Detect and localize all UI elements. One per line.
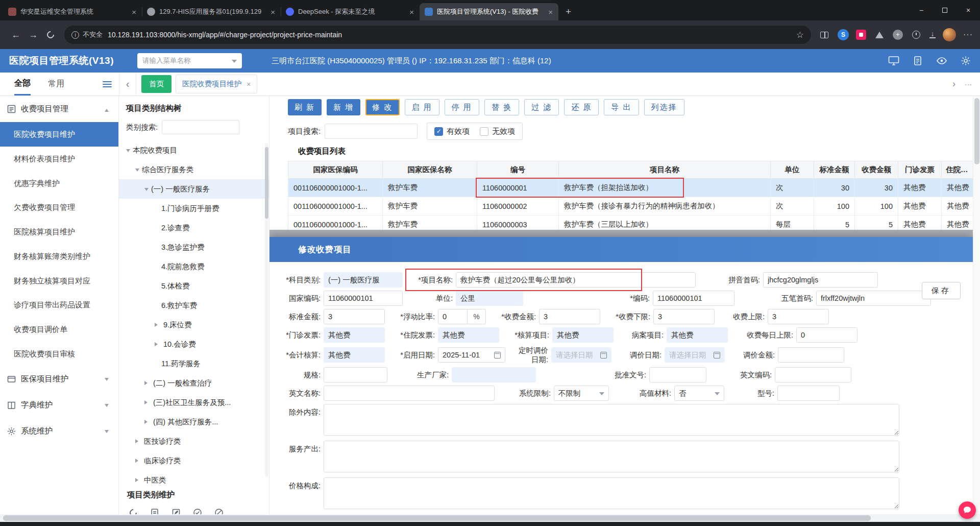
subject-category-select[interactable]: (一) 一般医疗服 (324, 272, 403, 288)
chevron-right-icon[interactable] (155, 342, 160, 346)
close-window-button[interactable]: × (957, 0, 980, 20)
system-limit-select[interactable]: 不限制 (554, 386, 609, 401)
sidebar-item-hospital-charge-maintain[interactable]: 医院收费项目维护 (0, 122, 118, 147)
tree-node-selected[interactable]: (一) 一般医疗服务 (119, 179, 269, 199)
exclusion-textarea[interactable] (324, 404, 899, 436)
adjust-date-picker[interactable] (665, 347, 725, 363)
filter-tab-all[interactable]: 全部 (14, 73, 31, 95)
sidebar-section-system[interactable]: 系统维护 (0, 418, 118, 444)
medical-record-item-select[interactable]: 其他费 (667, 327, 728, 343)
menu-search-select[interactable]: 请输入菜单名称 (137, 53, 242, 68)
maximize-button[interactable] (933, 0, 957, 20)
filter-tab-common[interactable]: 常用 (48, 73, 64, 95)
tree-scrollbar-thumb[interactable] (265, 147, 268, 219)
tab-close-icon[interactable]: × (247, 80, 251, 88)
charge-upper-input[interactable] (768, 309, 829, 324)
modify-button[interactable]: 修 改 (365, 99, 399, 115)
fiscal-accounting-select[interactable]: 其他费 (324, 347, 385, 363)
enable-button[interactable]: 启 用 (405, 99, 439, 115)
tab-hospital-charge-maintain[interactable]: 医院收费项目维护 × (176, 75, 257, 93)
sidebar-section-insurance[interactable]: 医保项目维护 (0, 366, 118, 392)
split-screen-icon[interactable] (818, 29, 830, 41)
pinyin-code-input[interactable] (763, 272, 878, 288)
approval-number-input[interactable] (649, 367, 706, 382)
chevron-right-icon[interactable] (155, 323, 160, 327)
col-header[interactable]: 住院发票 (942, 161, 977, 179)
tree-node[interactable]: 医技诊疗类 (119, 432, 269, 451)
service-output-textarea[interactable] (324, 441, 899, 472)
visibility-eye-icon[interactable] (936, 56, 947, 66)
tree-node[interactable]: (二) 一般检查治疗 (119, 373, 269, 393)
refresh-button[interactable]: 刷 新 (288, 99, 322, 115)
tab-close-icon[interactable]: × (130, 8, 138, 16)
extensions-puzzle-icon[interactable]: + (893, 30, 903, 40)
back-button[interactable]: ← (7, 26, 24, 43)
wubi-code-input[interactable] (816, 291, 931, 306)
browser-menu-icon[interactable]: ··· (963, 30, 973, 39)
browser-extension-icon-triangle[interactable] (873, 29, 886, 41)
tab-home[interactable]: 首页 (141, 75, 172, 93)
sidebar-item-discount-dict[interactable]: 优惠字典维护 (0, 171, 118, 196)
invalid-checkbox-item[interactable]: 无效项 (480, 127, 515, 136)
chevron-down-icon[interactable] (135, 169, 139, 174)
profile-avatar[interactable] (943, 28, 956, 41)
national-code-input[interactable] (324, 291, 403, 306)
document-icon[interactable] (913, 56, 923, 66)
enable-date-input[interactable] (443, 351, 491, 359)
tab-scroll-right-icon[interactable]: › (952, 79, 955, 89)
tree-scrollbar[interactable] (265, 143, 268, 477)
vertical-scrollbar-thumb[interactable] (974, 98, 979, 164)
sidebar-section-dictionary[interactable]: 字典维护 (0, 392, 118, 418)
outpatient-invoice-select[interactable]: 其他费 (324, 327, 385, 343)
tab-close-icon[interactable]: × (269, 8, 277, 16)
browser-tab-2[interactable]: 129.7-HIS应用服务器01(199.9.129 × (142, 3, 281, 20)
col-header[interactable]: 项目名称 (559, 161, 771, 179)
security-indicator[interactable]: i 不安全 (71, 30, 103, 39)
price-composition-textarea[interactable] (324, 477, 899, 509)
tree-node[interactable]: (四) 其他医疗服务... (119, 412, 269, 432)
tree-node[interactable]: 5.体检费 (119, 276, 269, 296)
browser-extension-icon-pink[interactable] (856, 30, 866, 40)
sidebar-section-charge-mgmt[interactable]: 收费项目管理 (0, 96, 118, 122)
table-row-selected[interactable]: 001106000001000-1... 救护车费 11060000001 救护… (288, 179, 977, 197)
manufacturer-input[interactable] (452, 367, 536, 382)
invalid-checkbox[interactable] (480, 127, 488, 136)
settings-gear-icon[interactable] (961, 56, 971, 66)
col-header[interactable]: 门诊发票 (898, 161, 942, 179)
tree-node[interactable]: 11.药学服务 (119, 354, 269, 373)
scheduled-price-date-picker[interactable] (551, 347, 611, 363)
sidebar-item-material-price[interactable]: 材料价表项目维护 (0, 147, 118, 171)
url-text[interactable]: 10.128.191.103:8000/his-xmgl/app/#/charg… (108, 31, 791, 39)
browser-extension-icon-blue[interactable]: S (838, 29, 849, 40)
tree-node[interactable]: (三)社区卫生服务及预... (119, 393, 269, 412)
charge-lower-input[interactable] (653, 309, 715, 324)
accounting-item-select[interactable]: 其他费 (552, 327, 614, 343)
restore-button[interactable]: 还 原 (564, 99, 599, 115)
tree-node[interactable]: 10.会诊费 (119, 334, 269, 354)
float-ratio-input[interactable] (438, 313, 467, 321)
bookmark-star-icon[interactable]: ☆ (796, 30, 804, 40)
browser-tab-1[interactable]: 华安星运维安全管理系统 × (3, 3, 142, 20)
enable-date-picker[interactable] (438, 347, 505, 363)
col-header[interactable]: 编号 (477, 161, 559, 179)
col-header[interactable]: 单位 (771, 161, 814, 179)
forward-button[interactable]: → (24, 26, 42, 43)
tab-more-icon[interactable]: ··· (965, 80, 972, 88)
chevron-down-icon[interactable] (126, 149, 130, 154)
collapse-menu-icon[interactable] (103, 81, 112, 87)
sidebar-item-accounting-maintain[interactable]: 医院核算项目维护 (0, 220, 118, 244)
tree-node[interactable]: 综合医疗服务类 (119, 160, 269, 179)
chevron-right-icon[interactable] (135, 478, 140, 482)
add-button[interactable]: 新 增 (327, 99, 360, 115)
sidebar-item-arrears-charge[interactable]: 欠费收费项目管理 (0, 195, 118, 220)
col-header[interactable]: 收费金额 (855, 161, 898, 179)
spec-input[interactable] (324, 367, 387, 382)
browser-tab-3[interactable]: DeepSeek - 探索未至之境 × (281, 3, 420, 20)
scheduled-price-date-input[interactable] (556, 351, 597, 359)
inpatient-invoice-select[interactable]: 其他费 (438, 327, 499, 343)
reload-button[interactable] (42, 26, 59, 43)
model-input[interactable] (777, 386, 840, 401)
save-button[interactable]: 保存 (922, 282, 961, 299)
tree-node[interactable]: 9.床位费 (119, 315, 269, 334)
tab-close-icon[interactable]: × (547, 8, 554, 16)
